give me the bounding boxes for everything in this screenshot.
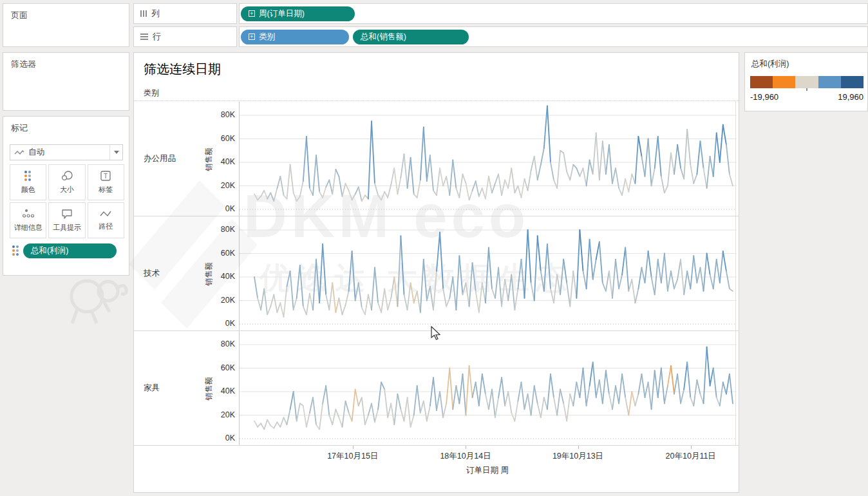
y-tick-label: 40K [221,386,235,396]
color-dots-icon [24,171,32,182]
pages-panel-title: 页面 [3,4,129,21]
chevron-down-icon [114,151,119,154]
facet-row-技术: 技术销售额0K20K40K60K80K [134,216,739,331]
rows-icon [140,33,148,40]
legend-max-value: 19,960 [838,92,863,102]
facet-category-label: 办公用品 [134,102,202,216]
label-t-icon: T [100,170,111,182]
plus-icon[interactable]: + [249,10,255,17]
filters-panel: 筛选器 [3,52,129,111]
columns-shelf-text: 列 [151,8,160,19]
y-tick-label: 40K [221,272,235,281]
x-axis-title: 订单日期 周 [239,465,736,476]
legend-color-block [841,76,863,88]
watermark-elephant-icon [58,271,129,329]
size-circles-icon [61,170,73,182]
detail-button-label: 详细信息 [14,223,42,233]
y-axis-title: 销售额 [203,366,214,411]
y-tick-label: 20K [221,410,235,419]
x-axis[interactable]: 17年10月15日18年10月14日19年10月13日20年10月11日 [239,446,736,463]
x-tick-label: 19年10月13日 [552,451,603,462]
y-tick-label: 20K [221,296,235,305]
legend-color-block [773,76,795,88]
facet-plot-area[interactable] [239,331,736,445]
sheet-title: 筛选连续日期 [144,61,221,78]
category-header-label: 类别 [144,88,159,99]
y-axis-title: 销售额 [203,251,214,296]
size-button-label: 大小 [60,185,74,195]
facet-category-label: 技术 [134,216,202,330]
x-tick-mark [578,446,579,449]
pill-week-order-date-label: 周(订单日期) [259,8,305,19]
facet-category-label: 家具 [134,331,202,445]
legend-center-tick [806,88,807,91]
y-tick-label: 0K [225,204,235,213]
x-tick-mark [691,446,692,449]
label-button[interactable]: T 标签 [88,164,124,200]
tooltip-bubble-icon [61,208,73,220]
pages-panel: 页面 [3,3,129,47]
y-tick-label: 80K [221,339,235,348]
path-button[interactable]: 路径 [88,202,124,238]
mark-type-dropdown[interactable]: 自动 [10,144,123,160]
y-tick-label: 80K [221,110,235,119]
svg-text:T: T [104,173,108,180]
facet-row-办公用品: 办公用品销售额0K20K40K60K80K [134,102,739,216]
pill-sum-sales[interactable]: 总和(销售额) [353,30,469,44]
path-line-icon [99,209,112,218]
y-tick-label: 60K [221,134,235,143]
label-button-label: 标签 [99,185,113,195]
pill-sum-sales-label: 总和(销售额) [361,32,406,43]
color-button-label: 颜色 [21,185,35,195]
y-tick-label: 60K [221,363,235,372]
legend-color-block [795,76,818,88]
legend-color-block [750,76,773,88]
filters-panel-title: 筛选器 [3,53,129,70]
tooltip-button-label: 工具提示 [53,223,81,233]
marks-panel: 标记 自动 颜色 大小 T 标签 详细信息 工具提示 [3,116,129,276]
color-encoding-icon [12,245,19,256]
pill-category[interactable]: + 类别 [241,30,349,44]
marks-pill-label: 总和(利润) [31,245,68,256]
legend-min-value: -19,960 [750,92,778,102]
x-tick-mark [466,446,466,449]
mark-type-value: 自动 [28,147,44,158]
color-button[interactable]: 颜色 [10,164,46,200]
y-tick-label: 40K [221,157,235,166]
y-tick-label: 0K [225,319,235,328]
x-tick-mark [353,446,354,449]
facet-plot-area[interactable] [239,216,736,330]
pill-week-order-date[interactable]: + 周(订单日期) [241,6,355,21]
columns-shelf[interactable]: + 周(订单日期) [239,3,868,24]
line-mark-icon [14,149,24,156]
detail-button[interactable]: 详细信息 [10,202,46,238]
x-tick-label: 18年10月14日 [440,451,491,462]
dropdown-caret-button[interactable] [109,145,122,160]
x-tick-label: 20年10月11日 [666,451,716,462]
y-tick-label: 60K [221,249,235,258]
plus-icon[interactable]: + [249,33,255,40]
category-header-row: 类别 [134,85,739,101]
facet-row-家具: 家具销售额0K20K40K60K80K [134,331,739,446]
facet-plot-area[interactable] [239,102,736,216]
rows-shelf-text: 行 [153,31,161,43]
color-legend[interactable]: 总和(利润) -19,960 19,960 [744,52,868,111]
x-tick-label: 17年10月15日 [327,451,378,462]
legend-color-block [818,76,841,88]
legend-title: 总和(利润) [745,53,867,70]
y-axis-title: 销售额 [203,137,214,182]
tooltip-button[interactable]: 工具提示 [48,202,85,238]
facet-grid: 办公用品销售额0K20K40K60K80K技术销售额0K20K40K60K80K… [134,102,739,446]
y-tick-label: 20K [221,181,235,190]
detail-dots-icon [22,208,35,220]
worksheet-view: DKM eco 优逸达 大数据生态 筛选连续日期 类别 办公用品销售额0K20K… [133,52,739,493]
pill-category-label: 类别 [259,32,275,43]
legend-gradient-bar[interactable] [750,76,863,88]
path-button-label: 路径 [99,222,113,231]
columns-icon [140,10,147,17]
marks-pill-sum-profit[interactable]: 总和(利润) [23,243,117,258]
marks-button-grid: 颜色 大小 T 标签 详细信息 工具提示 路径 [10,164,124,238]
y-tick-label: 0K [225,434,235,443]
size-button[interactable]: 大小 [48,164,85,200]
rows-shelf[interactable]: + 类别 总和(销售额) [239,26,868,47]
